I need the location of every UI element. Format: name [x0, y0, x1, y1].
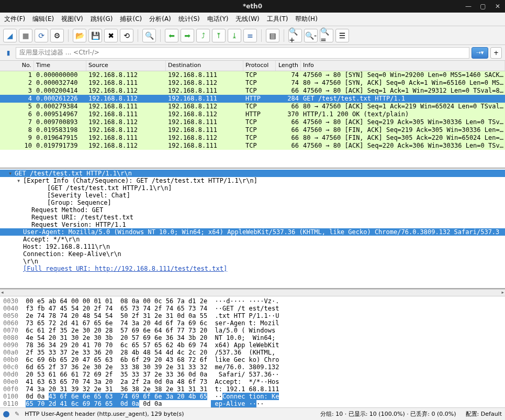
status-packets: 分组: 10 · 已显示: 10 (100.0%) · 已丢弃: 0 (0.0%…	[320, 410, 456, 418]
edit-icon[interactable]: ✎	[15, 411, 19, 417]
status-profile[interactable]: 配置: Default	[466, 410, 502, 418]
col-info[interactable]: Info	[301, 61, 505, 71]
go-to-first-button[interactable]: ⤒	[212, 29, 226, 42]
reload-button[interactable]: ⟲	[120, 29, 133, 42]
title-bar: *eth0 — ▢ ✕	[0, 0, 505, 13]
col-destination[interactable]: Destination	[166, 61, 243, 71]
go-to-last-button[interactable]: ⤓	[228, 29, 241, 42]
resize-columns-button[interactable]: ☰	[335, 29, 349, 42]
auto-scroll-button[interactable]: ≡	[243, 29, 257, 42]
detail-crlf[interactable]: \r\n	[0, 258, 505, 265]
start-capture-button[interactable]: ◢	[3, 29, 17, 42]
menu-file[interactable]: 文件(F)	[4, 15, 25, 24]
find-button[interactable]: 🔍	[142, 29, 156, 42]
hex-row[interactable]: 0050 2e 74 78 74 20 48 54 54 50 2f 31 2e…	[3, 312, 502, 319]
menu-tools[interactable]: 工具(T)	[267, 15, 288, 24]
hex-row[interactable]: 00f0 74 3a 20 31 39 32 2e 31 36 38 2e 38…	[3, 385, 502, 393]
expert-bullet-icon[interactable]	[3, 411, 9, 417]
detail-request-line[interactable]: ▾GET /test/test.txt HTTP/1.1\r\n	[0, 170, 505, 177]
hex-row[interactable]: 0070 6c 61 2f 35 2e 30 20 28 57 69 6e 64…	[3, 327, 502, 334]
menu-analyze[interactable]: 分析(A)	[149, 15, 171, 24]
zoom-reset-button[interactable]: 🔍=	[320, 29, 333, 42]
maximize-button[interactable]: ▢	[478, 1, 488, 12]
minimize-button[interactable]: —	[463, 1, 474, 12]
detail-version[interactable]: Request Version: HTTP/1.1	[0, 221, 505, 228]
capture-options-button[interactable]: ⚙	[50, 29, 64, 42]
packet-row[interactable]: 80.019583198192.168.8.112192.168.8.111TC…	[0, 126, 505, 134]
separator	[68, 29, 69, 42]
hex-row[interactable]: 00a0 2f 35 33 37 2e 33 36 20 28 4b 48 54…	[3, 349, 502, 356]
packet-row[interactable]: 100.019791739192.168.8.112192.168.8.111T…	[0, 142, 505, 150]
hex-row[interactable]: 0100 0d 0a 43 6f 6e 6e 65 63 74 69 6f 6e…	[3, 393, 502, 400]
detail-severity[interactable]: [Severity level: Chat]	[0, 192, 505, 199]
detail-user-agent[interactable]: User-Agent: Mozilla/5.0 (Windows NT 10.0…	[0, 228, 505, 236]
packet-details[interactable]: ▾GET /test/test.txt HTTP/1.1\r\n ▾[Exper…	[0, 169, 505, 289]
expand-icon[interactable]: ▾	[17, 177, 20, 184]
go-to-packet-button[interactable]: ⤴	[196, 29, 210, 42]
add-filter-button[interactable]: +	[490, 47, 502, 59]
close-button[interactable]: ✕	[492, 1, 503, 12]
open-file-button[interactable]: 📂	[73, 29, 86, 42]
zoom-in-button[interactable]: 🔍+	[288, 29, 302, 42]
restart-capture-button[interactable]: ⟳	[35, 29, 48, 42]
col-length[interactable]: Length	[276, 61, 301, 71]
menu-edit[interactable]: 编辑(E)	[32, 15, 54, 24]
hex-row[interactable]: 0060 73 65 72 2d 41 67 65 6e 74 3a 20 4d…	[3, 319, 502, 327]
menu-wireless[interactable]: 无线(W)	[235, 15, 259, 24]
separator	[284, 29, 284, 42]
hex-row[interactable]: 0080 4e 54 20 31 30 2e 30 3b 20 57 69 6e…	[3, 334, 502, 341]
menu-capture[interactable]: 捕获(C)	[120, 15, 142, 24]
stop-capture-button[interactable]: ■	[19, 29, 32, 42]
packet-row[interactable]: 70.009700893192.168.8.112192.168.8.111TC…	[0, 118, 505, 126]
packet-row[interactable]: 30.000200414192.168.8.112192.168.8.111TC…	[0, 87, 505, 95]
detail-method[interactable]: Request Method: GET	[0, 206, 505, 214]
col-protocol[interactable]: Protocol	[243, 61, 276, 71]
detail-group[interactable]: [Group: Sequence]	[0, 199, 505, 206]
menu-bar: 文件(F) 编辑(E) 视图(V) 跳转(G) 捕获(C) 分析(A) 统计(S…	[0, 13, 505, 26]
bookmark-icon[interactable]: ▮	[3, 48, 14, 58]
menu-view[interactable]: 视图(V)	[61, 15, 83, 24]
go-back-button[interactable]: ⬅	[165, 29, 178, 42]
detail-connection[interactable]: Connection: Keep-Alive\r\n	[0, 250, 505, 258]
detail-full-uri[interactable]: [Full request URI: http://192.168.8.111/…	[0, 265, 505, 272]
hex-row[interactable]: 00e0 41 63 63 65 70 74 3a 20 2a 2f 2a 0d…	[3, 378, 502, 385]
packet-row[interactable]: 40.000261226192.168.8.112192.168.8.111HT…	[0, 95, 505, 103]
packet-row[interactable]: 60.009514967192.168.8.111192.168.8.112HT…	[0, 110, 505, 118]
expand-icon[interactable]: ▾	[8, 170, 12, 177]
col-source[interactable]: Source	[86, 61, 166, 71]
col-time[interactable]: Time	[34, 61, 86, 71]
hex-row[interactable]: 0040 f3 fb 47 45 54 20 2f 74 65 73 74 2f…	[3, 305, 502, 312]
packet-list[interactable]: No. Time Source Destination Protocol Len…	[0, 61, 505, 169]
packet-list-header: No. Time Source Destination Protocol Len…	[0, 61, 505, 71]
detail-expert-get[interactable]: [GET /test/test.txt HTTP/1.1\r\n]	[0, 184, 505, 192]
save-file-button[interactable]: 💾	[88, 29, 102, 42]
go-forward-button[interactable]: ➡	[181, 29, 194, 42]
hex-row[interactable]: 0030 00 e5 ab 64 00 00 01 01 08 0a 00 0c…	[3, 297, 502, 305]
menu-telephony[interactable]: 电话(Y)	[207, 15, 229, 24]
hex-row[interactable]: 00c0 6d 65 2f 37 36 2e 30 2e 33 38 30 39…	[3, 363, 502, 371]
hex-row[interactable]: 00d0 20 53 61 66 61 72 69 2f 35 33 37 2e…	[3, 371, 502, 378]
hex-row[interactable]: 0110 65 70 2d 41 6c 69 76 65 0d 0a 0d 0a…	[3, 400, 502, 407]
menu-stats[interactable]: 统计(S)	[178, 15, 200, 24]
hex-dump[interactable]: 0030 00 e5 ab 64 00 00 01 01 08 0a 00 0c…	[0, 296, 505, 407]
expression-button[interactable]: ➝▾	[472, 47, 488, 59]
horizontal-scrollbar[interactable]	[0, 289, 505, 296]
detail-uri[interactable]: Request URI: /test/test.txt	[0, 214, 505, 221]
detail-expert-info[interactable]: ▾[Expert Info (Chat/Sequence): GET /test…	[0, 177, 505, 184]
detail-accept[interactable]: Accept: */*\r\n	[0, 236, 505, 243]
hex-row[interactable]: 00b0 6c 69 6b 65 20 47 65 63 6b 6f 29 20…	[3, 356, 502, 363]
packet-row[interactable]: 10.000000000192.168.8.112192.168.8.111TC…	[0, 71, 505, 79]
colorize-button[interactable]: ▤	[266, 29, 279, 42]
packet-row[interactable]: 20.000032740192.168.8.111192.168.8.112TC…	[0, 79, 505, 87]
window-controls: — ▢ ✕	[463, 1, 503, 12]
packet-row[interactable]: 50.000279384192.168.8.111192.168.8.112TC…	[0, 103, 505, 110]
col-no[interactable]: No.	[0, 61, 34, 71]
menu-help[interactable]: 帮助(H)	[295, 15, 317, 24]
packet-row[interactable]: 90.019647915192.168.8.111192.168.8.112TC…	[0, 134, 505, 142]
zoom-out-button[interactable]: 🔍-	[304, 29, 318, 42]
menu-go[interactable]: 跳转(G)	[91, 15, 113, 24]
close-file-button[interactable]: ✖	[104, 29, 118, 42]
hex-row[interactable]: 0090 78 36 34 29 20 41 70 70 6c 65 57 65…	[3, 341, 502, 349]
detail-host[interactable]: Host: 192.168.8.111\r\n	[0, 243, 505, 250]
display-filter-input[interactable]: 应用显示过滤器 ... <Ctrl-/>	[16, 47, 469, 59]
